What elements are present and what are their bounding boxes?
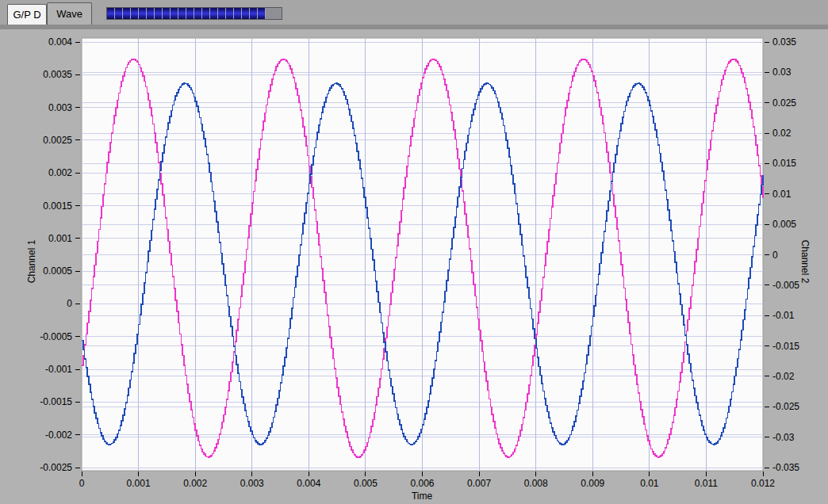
x-tick-label: 0.002: [183, 478, 207, 489]
panel-top-edge: [0, 25, 828, 29]
progress-segment: [194, 8, 202, 19]
left-tick-label: -0.0005: [40, 331, 72, 342]
progress-segment: [234, 8, 242, 19]
right-tick-label: -0.02: [772, 371, 795, 382]
right-tick-label: -0.025: [772, 401, 799, 412]
tab-bar: G/P D Wave: [0, 0, 828, 25]
progress-segment: [131, 8, 139, 19]
x-tick-label: 0.01: [640, 478, 659, 489]
progress-segment: [186, 8, 194, 19]
x-tick-label: 0.009: [581, 478, 604, 489]
progress-segment: [115, 8, 123, 19]
left-axis-title: Channel 1: [26, 239, 37, 283]
x-tick-label: 0.005: [354, 478, 378, 489]
tab-gpd-label: G/P D: [13, 9, 40, 21]
progress-segment: [202, 8, 210, 19]
right-tick-label: 0.005: [772, 219, 796, 230]
progress-segment: [250, 8, 258, 19]
x-tick-label: 0.008: [524, 478, 548, 489]
progress-segment: [139, 8, 147, 19]
tab-gpd[interactable]: G/P D: [7, 4, 47, 25]
x-tick-label: 0.004: [297, 478, 320, 489]
x-tick-label: 0.006: [410, 478, 434, 489]
waveform-graph: 0.0040.00350.0030.00250.0020.00150.0010.…: [0, 0, 828, 504]
progress-segment: [218, 8, 226, 19]
x-tick-label: 0: [79, 478, 85, 489]
right-tick-label: 0: [772, 250, 778, 261]
progress-segment: [163, 8, 171, 19]
progress-segment: [171, 8, 178, 19]
right-tick-label: -0.015: [772, 341, 799, 352]
progress-segment: [107, 8, 115, 19]
left-tick-label: -0.001: [45, 364, 72, 375]
progress-segment: [147, 8, 155, 19]
right-tick-label: 0.01: [772, 189, 792, 200]
left-tick-label: 0.0015: [43, 200, 72, 212]
right-tick-label: -0.005: [772, 280, 799, 291]
app-window: { "window": { "theme": { "panel_bg": "#b…: [0, 0, 828, 504]
tab-wave-label: Wave: [56, 8, 82, 20]
x-tick-label: 0.011: [695, 478, 718, 489]
progress-segment: [155, 8, 163, 19]
progress-segment: [226, 8, 234, 19]
left-tick-label: 0.001: [48, 233, 72, 244]
x-tick-label: 0.001: [127, 478, 151, 489]
progress-segment: [258, 8, 266, 19]
right-tick-label: 0.015: [772, 158, 796, 169]
left-tick-label: 0.0035: [43, 69, 72, 80]
left-tick-label: 0: [67, 298, 72, 309]
x-tick-label: 0.012: [751, 478, 775, 489]
x-tick-label: 0.007: [467, 478, 491, 489]
left-tick-label: -0.002: [45, 430, 72, 441]
left-tick-label: 0.0005: [43, 265, 72, 277]
right-tick-label: 0.025: [772, 97, 796, 109]
left-tick-label: -0.0025: [40, 462, 72, 473]
left-tick-label: 0.003: [48, 102, 72, 113]
progress-segment: [210, 8, 218, 19]
left-tick-label: -0.0015: [40, 396, 72, 407]
left-tick-label: 0.0025: [43, 135, 72, 146]
left-tick-label: 0.002: [48, 167, 72, 178]
progress-segment: [242, 8, 250, 19]
right-axis-title: Channel 2: [799, 240, 811, 284]
right-tick-label: -0.035: [772, 462, 799, 473]
tab-wave[interactable]: Wave: [47, 2, 92, 25]
right-tick-label: 0.035: [772, 36, 796, 48]
x-tick-label: 0.003: [240, 478, 264, 489]
right-tick-label: -0.03: [772, 432, 795, 443]
right-tick-label: 0.02: [772, 128, 792, 139]
progress-bar: [106, 7, 282, 20]
right-tick-label: 0.03: [772, 67, 792, 78]
left-tick-label: 0.004: [48, 36, 72, 48]
right-tick-label: -0.01: [772, 310, 795, 321]
x-axis-title: Time: [412, 491, 433, 502]
progress-segment: [178, 8, 186, 19]
progress-segment: [123, 8, 131, 19]
